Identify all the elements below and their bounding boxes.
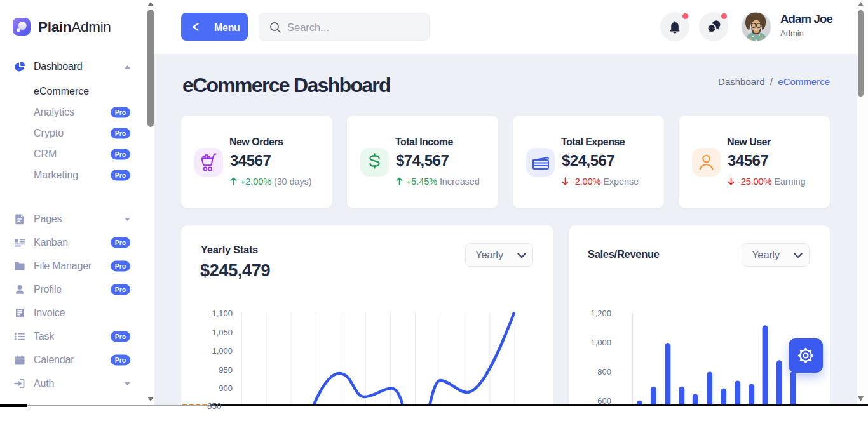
svg-text:950: 950 — [219, 365, 233, 375]
svg-text:1,200: 1,200 — [590, 309, 611, 318]
svg-text:800: 800 — [597, 367, 611, 377]
svg-text:1,000: 1,000 — [590, 338, 611, 347]
svg-text:600: 600 — [597, 396, 611, 405]
svg-text:1,000: 1,000 — [212, 346, 233, 356]
svg-text:900: 900 — [219, 384, 233, 393]
svg-text:1,100: 1,100 — [212, 309, 233, 318]
svg-text:1,050: 1,050 — [212, 328, 233, 337]
